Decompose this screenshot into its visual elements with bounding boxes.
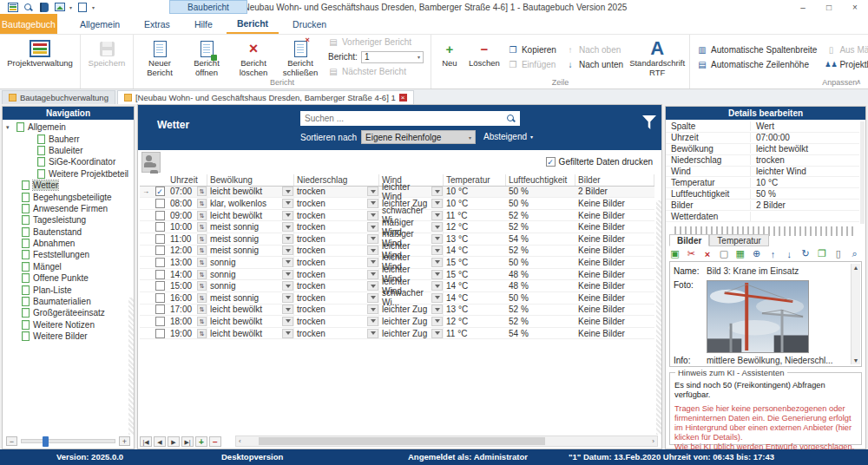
temperatur-cell[interactable]: 15 °C [444, 270, 506, 279]
details-field-value[interactable]: leicht bewölkt [751, 144, 859, 154]
spinner-control[interactable]: ⇅ [197, 199, 207, 208]
menu-tab-extras[interactable]: Extras [134, 14, 181, 34]
uhrzeit-cell[interactable]: 19:00⇅ [168, 328, 207, 338]
minimize-button[interactable]: – [790, 0, 816, 14]
scroll-left-icon[interactable]: ‹ [239, 436, 241, 447]
dropdown-icon[interactable] [367, 329, 378, 338]
construction-photo[interactable] [707, 280, 809, 353]
delete-image-icon[interactable]: × [702, 248, 713, 259]
details-scrollbar[interactable] [860, 121, 865, 224]
row-checkbox[interactable] [155, 234, 165, 244]
preview-icon[interactable]: ⌕ [849, 248, 860, 259]
nav-item[interactable]: Wetter [3, 180, 128, 191]
tab-temperatur[interactable]: Temperatur [709, 234, 769, 246]
luftfeuchtigkeit-cell[interactable]: 52 % [506, 246, 575, 255]
niederschlag-cell[interactable]: trocken [294, 233, 379, 244]
table-scrollbar[interactable] [656, 200, 661, 435]
spinner-control[interactable]: ⇅ [197, 270, 207, 279]
bilder-cell[interactable]: Keine Bilder [575, 234, 654, 244]
dropdown-icon[interactable] [282, 234, 293, 244]
details-row[interactable]: Bilder2 Bilder [666, 200, 859, 211]
image-box-scrollbar[interactable]: ▲ ▼ [851, 264, 860, 364]
row-checkbox[interactable] [155, 281, 165, 291]
scroll-down-icon[interactable]: ▼ [852, 357, 860, 363]
dropdown-icon[interactable] [367, 270, 378, 279]
dropdown-icon[interactable] [367, 258, 378, 267]
luftfeuchtigkeit-cell[interactable]: 52 % [506, 317, 575, 326]
bericht-oeffnen-button[interactable]: Bericht öffnen [183, 36, 230, 78]
sort-direction-dropdown[interactable]: Absteigend▾ [483, 132, 533, 141]
column-header[interactable]: Uhrzeit [168, 174, 207, 186]
ki-warning-text[interactable]: Tragen Sie hier keine personenbezogenen … [674, 404, 857, 442]
bericht-loeschen-button[interactable]: × Bericht löschen [230, 36, 277, 78]
uhrzeit-cell[interactable]: 13:00⇅ [168, 257, 207, 267]
table-row[interactable]: 18:00⇅leicht bewölkttrockenleichter Zug1… [140, 316, 654, 328]
dropdown-icon[interactable] [431, 293, 443, 303]
uhrzeit-cell[interactable]: 12:00⇅ [168, 246, 207, 256]
table-row[interactable]: 19:00⇅leicht bewölkttrockenleichter Zug1… [140, 328, 654, 340]
menu-tab-drucken[interactable]: Drucken [282, 14, 337, 34]
prev-record-button[interactable]: ◀ [154, 436, 166, 447]
wind-cell[interactable]: leichter Zug [379, 328, 444, 338]
zoom-out-button[interactable]: − [6, 436, 17, 446]
tab-bilder[interactable]: Bilder [669, 234, 709, 246]
nav-item[interactable]: Weitere Projektbeteiligte [3, 168, 128, 180]
uhrzeit-cell[interactable]: 14:00⇅ [168, 269, 207, 279]
dropdown-icon[interactable] [431, 258, 443, 267]
row-checkbox[interactable] [155, 329, 165, 338]
row-checkbox[interactable] [155, 199, 165, 208]
row-checkbox[interactable]: ✓ [155, 187, 165, 196]
niederschlag-cell[interactable]: trocken [294, 269, 379, 279]
temperatur-cell[interactable]: 11 °C [444, 211, 506, 220]
bewoelkung-cell[interactable]: leicht bewölkt [207, 316, 294, 326]
luftfeuchtigkeit-cell[interactable]: 50 % [506, 187, 575, 196]
naechster-bericht-button[interactable]: ▤Nächster Bericht [328, 66, 424, 78]
scroll-right-icon[interactable]: › [652, 436, 654, 447]
temperatur-cell[interactable]: 14 °C [444, 281, 506, 291]
temperatur-cell[interactable]: 12 °C [444, 317, 506, 326]
details-field-value[interactable]: leichter Wind [751, 167, 859, 176]
zoom-slider-thumb[interactable] [43, 436, 49, 447]
close-tab-icon[interactable]: × [399, 94, 407, 102]
bilder-cell[interactable]: Keine Bilder [575, 293, 654, 303]
details-row[interactable]: Windleichter Wind [666, 167, 859, 178]
delete-record-button[interactable]: − [209, 436, 221, 447]
row-checkbox[interactable] [155, 270, 165, 279]
context-tab-baubericht[interactable]: Baubericht [169, 0, 247, 14]
anchor-icon[interactable]: ⊕ [751, 248, 762, 259]
nav-item[interactable]: Mängel [3, 261, 128, 272]
details-field-value[interactable]: 2 Bilder [751, 200, 859, 210]
spinner-control[interactable]: ⇅ [197, 222, 207, 232]
persons-button[interactable] [141, 152, 161, 173]
bewoelkung-cell[interactable]: leicht bewölkt [207, 187, 294, 197]
cut-icon[interactable]: ✂ [686, 248, 697, 259]
projektverwaltung-icon[interactable] [7, 2, 18, 12]
einfuegen-button[interactable]: ❐Einfügen [508, 58, 556, 70]
spinner-control[interactable]: ⇅ [197, 234, 207, 244]
copy-image-icon[interactable]: ❐ [816, 248, 827, 259]
niederschlag-cell[interactable]: trocken [294, 257, 379, 267]
row-checkbox[interactable] [155, 305, 165, 314]
dropdown-icon[interactable] [367, 293, 378, 303]
menu-tab-bericht[interactable]: Bericht [227, 14, 279, 34]
dropdown-icon[interactable] [367, 305, 378, 314]
auto-zeilenhoehe-button[interactable]: ▤Automatische Zeilenhöhe [697, 58, 817, 70]
picture-icon[interactable]: ▦ [734, 248, 746, 259]
bewoelkung-cell[interactable]: meist sonnig [207, 233, 294, 244]
document-tab[interactable]: Bautagebuchverwaltung [2, 90, 115, 104]
spinner-control[interactable]: ⇅ [197, 246, 207, 255]
nav-item[interactable]: Feststellungen [3, 249, 128, 260]
speichern-button[interactable]: Speichern [83, 36, 130, 78]
spinner-control[interactable]: ⇅ [197, 305, 207, 314]
column-header[interactable]: Niederschlag [294, 174, 379, 186]
dropdown-icon[interactable] [367, 199, 378, 208]
bilder-cell[interactable]: Keine Bilder [575, 329, 654, 338]
column-header[interactable]: Bewölkung [207, 174, 294, 186]
wind-cell[interactable]: leichter Zug [379, 305, 444, 315]
dropdown-icon[interactable] [282, 270, 293, 279]
spinner-control[interactable]: ⇅ [197, 281, 207, 291]
standardschrift-button[interactable]: A Standardschrift RTF [628, 36, 687, 78]
report-icon[interactable] [76, 2, 88, 12]
auto-spaltenbreite-button[interactable]: ▥Automatische Spaltenbreite [697, 43, 817, 56]
nav-item[interactable]: SiGe-Koordinator [3, 156, 128, 167]
